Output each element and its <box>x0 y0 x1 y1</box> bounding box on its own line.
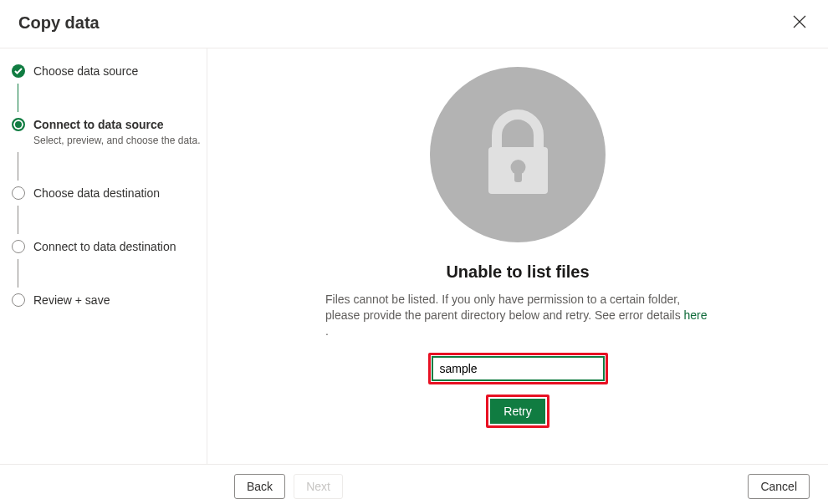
close-button[interactable] <box>790 12 810 34</box>
step-connect-to-data-source[interactable]: Connect to data source Select, preview, … <box>12 117 207 147</box>
error-message-text: Files cannot be listed. If you only have… <box>325 293 684 322</box>
step-connector <box>18 152 18 181</box>
cancel-button[interactable]: Cancel <box>748 474 810 499</box>
dialog-header: Copy data <box>0 0 828 48</box>
dialog-footer: Back Next Cancel <box>0 464 828 504</box>
back-button[interactable]: Back <box>234 474 285 499</box>
main-content: Unable to list files Files cannot be lis… <box>207 48 828 464</box>
parent-directory-input[interactable] <box>432 357 604 380</box>
step-upcoming-icon <box>12 186 25 200</box>
error-message: Files cannot be listed. If you only have… <box>325 292 710 339</box>
highlight-retry: Retry <box>486 395 549 428</box>
step-label: Connect to data source <box>33 117 207 132</box>
wizard-sidebar: Choose data source Connect to data sourc… <box>0 48 207 464</box>
lock-illustration <box>430 67 606 242</box>
step-choose-data-destination[interactable]: Choose data destination <box>12 186 207 201</box>
step-connector <box>18 259 18 288</box>
step-upcoming-icon <box>12 293 25 307</box>
retry-button[interactable]: Retry <box>490 399 544 424</box>
step-label: Choose data destination <box>33 186 207 201</box>
step-label: Choose data source <box>33 64 207 79</box>
error-heading: Unable to list files <box>446 262 589 282</box>
highlight-input <box>428 353 608 384</box>
step-upcoming-icon <box>12 240 25 253</box>
step-completed-icon <box>12 64 25 78</box>
step-review-save[interactable]: Review + save <box>12 293 207 308</box>
step-connect-to-data-destination[interactable]: Connect to data destination <box>12 239 207 254</box>
step-subtitle: Select, preview, and choose the data. <box>33 135 207 147</box>
error-message-text: . <box>325 324 329 338</box>
lock-icon <box>478 109 558 201</box>
next-button: Next <box>294 474 343 499</box>
step-choose-data-source[interactable]: Choose data source <box>12 64 207 79</box>
svg-rect-4 <box>514 170 522 182</box>
dialog-title: Copy data <box>18 13 100 33</box>
error-details-link[interactable]: here <box>684 308 708 322</box>
step-label: Connect to data destination <box>33 239 207 254</box>
close-icon <box>793 15 806 28</box>
step-connector <box>18 84 18 112</box>
step-label: Review + save <box>33 293 207 308</box>
step-current-icon <box>12 118 25 131</box>
step-connector <box>18 206 18 234</box>
